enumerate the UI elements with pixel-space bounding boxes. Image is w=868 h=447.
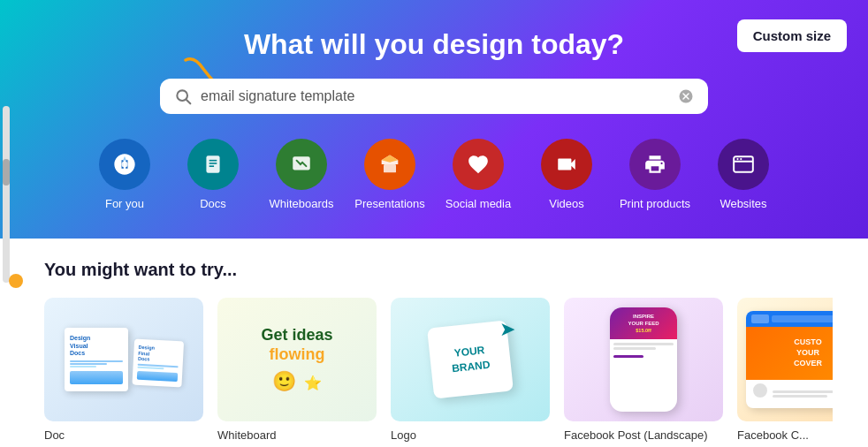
svg-rect-11 — [384, 164, 396, 172]
card-doc[interactable]: DesignVisualDocs DesignFinalDocs — [44, 298, 203, 442]
card-facebook-cover-image: CUSTOYOURCOVER — [737, 298, 833, 421]
for-you-label: For you — [105, 197, 144, 210]
category-whiteboards[interactable]: Whiteboards — [262, 139, 341, 210]
print-products-icon — [629, 139, 681, 190]
svg-point-5 — [122, 162, 128, 168]
svg-point-15 — [740, 158, 742, 160]
whiteboards-label: Whiteboards — [270, 197, 334, 210]
content-section: You might want to try... DesignVisualDoc… — [0, 239, 868, 447]
search-input[interactable] — [201, 88, 678, 104]
card-logo[interactable]: YOURBRAND ➤ Logo — [391, 298, 550, 442]
social-media-label: Social media — [445, 197, 511, 210]
card-facebook-cover[interactable]: CUSTOYOURCOVER — [737, 298, 833, 442]
social-media-icon — [453, 139, 504, 190]
websites-label: Websites — [720, 197, 766, 210]
docs-label: Docs — [200, 197, 226, 210]
card-logo-label: Logo — [391, 428, 550, 442]
category-social-media[interactable]: Social media — [438, 139, 518, 210]
category-docs[interactable]: Docs — [173, 139, 253, 210]
card-facebook-cover-label: Facebook C... — [737, 428, 833, 442]
category-websites[interactable]: Websites — [704, 139, 783, 210]
search-clear-button[interactable] — [678, 88, 694, 104]
search-icon — [174, 87, 192, 105]
card-whiteboard[interactable]: Get ideas flowing 🙂 ⭐ Whiteboard — [217, 298, 377, 442]
websites-icon — [718, 139, 769, 190]
categories-bar: For you Docs — [35, 139, 833, 210]
whiteboards-icon — [276, 139, 327, 190]
presentations-label: Presentations — [354, 197, 425, 210]
card-facebook-post[interactable]: INSPIREYOUR FEED $15.0ff Facebook Post (… — [564, 298, 723, 442]
custom-size-button[interactable]: Custom size — [737, 19, 847, 52]
svg-point-14 — [736, 158, 738, 160]
svg-point-0 — [177, 90, 187, 101]
presentations-icon — [364, 139, 415, 190]
card-facebook-post-image: INSPIREYOUR FEED $15.0ff — [564, 298, 723, 421]
card-logo-image: YOURBRAND ➤ — [391, 298, 550, 421]
category-print-products[interactable]: Print products — [615, 139, 695, 210]
card-facebook-post-label: Facebook Post (Landscape) — [564, 428, 723, 442]
card-doc-image: DesignVisualDocs DesignFinalDocs — [44, 298, 203, 421]
svg-rect-6 — [206, 155, 219, 173]
print-products-label: Print products — [620, 197, 690, 210]
suggestions-title: You might want to try... — [44, 260, 833, 280]
cards-grid: DesignVisualDocs DesignFinalDocs — [44, 298, 833, 442]
card-doc-label: Doc — [44, 428, 203, 442]
card-whiteboard-image: Get ideas flowing 🙂 ⭐ — [217, 298, 377, 421]
category-videos[interactable]: Videos — [527, 139, 606, 210]
hero-title: What will you design today? — [35, 28, 833, 61]
for-you-icon — [99, 139, 150, 190]
svg-line-1 — [187, 100, 190, 103]
videos-icon — [541, 139, 592, 190]
hero-banner: Custom size What will you design today? — [0, 0, 868, 239]
videos-label: Videos — [549, 197, 584, 210]
category-for-you[interactable]: For you — [85, 139, 164, 210]
search-bar — [160, 79, 708, 114]
card-whiteboard-label: Whiteboard — [217, 428, 377, 442]
category-presentations[interactable]: Presentations — [350, 139, 430, 210]
docs-icon — [187, 139, 239, 190]
svg-rect-12 — [734, 156, 753, 171]
